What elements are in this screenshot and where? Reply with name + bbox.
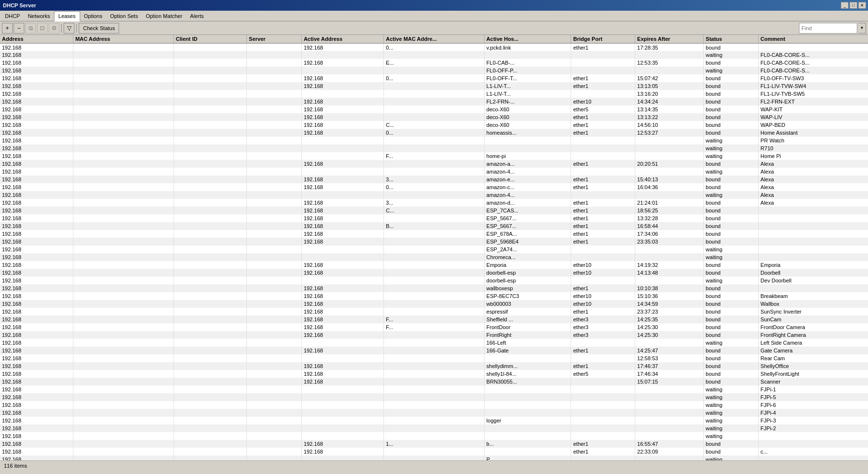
table-row[interactable]: 192.168192.168166-Gateether114:25:47boun… (0, 347, 868, 354)
table-row[interactable]: 192.168192.168espressifether123:37:23bou… (0, 308, 868, 316)
table-row[interactable]: 192.168192.1683...amazon-d...ether121:24… (0, 199, 868, 207)
cell-21-6: ESP_7CAS... (484, 207, 571, 214)
cell-17-3 (247, 176, 302, 183)
cell-19-0: 192.168 (0, 191, 73, 199)
table-row[interactable]: 192.168waitingFJPi-5 (0, 393, 868, 401)
cell-24-4: 192.168 (301, 230, 383, 238)
table-row[interactable]: 192.168166-LeftwaitingLeft Side Camera (0, 339, 868, 347)
table-row[interactable]: 192.168192.168E...FL0-CAB-...12:53:35bou… (0, 59, 868, 67)
table-row[interactable]: 192.168192.1680...amazon-c...ether116:04… (0, 183, 868, 191)
menu-item-options[interactable]: Options (80, 11, 106, 21)
table-row[interactable]: 192.168waitingFL0-CAB-CORE-S... (0, 51, 868, 59)
menu-item-option-matcher[interactable]: Option Matcher (142, 11, 186, 21)
table-row[interactable]: 192.168192.168C...ESP_7CAS...ether118:56… (0, 207, 868, 214)
menu-item-alerts[interactable]: Alerts (186, 11, 208, 21)
table-row[interactable]: 192.168doorbell-espwaitingDev Doorbell (0, 277, 868, 284)
table-row[interactable]: 192.168192.1681...b...ether116:55:47boun… (0, 440, 868, 448)
table-row[interactable]: 192.168192.1680...v.pckd.linkether117:28… (0, 43, 868, 51)
maximize-button[interactable]: □ (850, 2, 857, 9)
table-row[interactable]: 192.168192.168shelly1l-84...ether517:46:… (0, 370, 868, 378)
table-row[interactable]: 192.168192.168wallboxespether110:10:38bo… (0, 284, 868, 292)
table-row[interactable]: 192.168192.1680...homeassis...ether112:5… (0, 129, 868, 137)
table-row[interactable]: 192.168loggerwaitingFJPi-3 (0, 417, 868, 424)
cell-43-2 (174, 378, 246, 386)
cell-44-4 (301, 386, 383, 393)
table-row[interactable]: 192.168FL0-OFF-P...waitingFL0-CAB-CORE-S… (0, 67, 868, 74)
table-row[interactable]: 192.168192.168amazon-a...ether120:20:51b… (0, 160, 868, 168)
menu-item-option-sets[interactable]: Option Sets (106, 11, 141, 21)
table-row[interactable]: 192.168waitingFJPi-1 (0, 386, 868, 393)
table-row[interactable]: 192.168ESP_2A74...waiting (0, 246, 868, 253)
cell-9-2 (174, 113, 246, 121)
check-status-button[interactable]: Check Status (79, 23, 119, 34)
table-row[interactable]: 192.168192.168Emporiaether1014:19:32boun… (0, 261, 868, 269)
cell-5-1 (73, 82, 174, 90)
table-row[interactable]: 192.168L1-LIV-T...13:16:20boundFL1-LIV-T… (0, 90, 868, 98)
table-row[interactable]: 192.168amazon-4...waitingAlexa (0, 191, 868, 199)
table-row[interactable]: 192.168192.168ESP-8EC7C3ether1015:10:36b… (0, 292, 868, 300)
table-row[interactable]: 192.168F...home-piwaitingHome Pi (0, 152, 868, 160)
table-row[interactable]: 192.168Chromeca...waiting (0, 253, 868, 261)
table-row[interactable]: 192.168192.168wb000003ether1014:34:59bou… (0, 300, 868, 308)
cell-16-1 (73, 168, 174, 176)
minimize-button[interactable]: _ (841, 2, 849, 9)
cell-52-2 (174, 448, 246, 456)
table-row[interactable]: 192.168192.168BRN30055...15:07:15boundSc… (0, 378, 868, 386)
table-row[interactable]: 192.16812:58:53boundRear Cam (0, 354, 868, 362)
table-row[interactable]: 192.168waitingFJPi-6 (0, 401, 868, 409)
cell-2-10: FL0-CAB-CORE-S... (758, 59, 868, 67)
table-row[interactable]: 192.168192.168C...deco-X60ether114:56:10… (0, 121, 868, 129)
table-row[interactable]: 192.168192.168doorbell-espether1014:13:4… (0, 269, 868, 277)
table-row[interactable]: 192.168192.168shellydimm...ether117:46:3… (0, 362, 868, 370)
cell-19-10: Alexa (758, 191, 868, 199)
find-input[interactable] (799, 23, 857, 34)
table-row[interactable]: 192.168192.1680...FL0-OFF-T...ether115:0… (0, 74, 868, 82)
paste-button[interactable]: ⊡ (37, 23, 48, 34)
table-row[interactable]: 192.168waiting (0, 432, 868, 440)
table-row[interactable]: 192.168waitingR710 (0, 144, 868, 152)
close-button[interactable]: ✕ (858, 2, 866, 9)
cell-1-2 (174, 51, 246, 59)
table-row[interactable]: 192.168192.168deco-X60ether513:14:35boun… (0, 105, 868, 113)
cell-20-0: 192.168 (0, 199, 73, 207)
cell-9-9: bound (704, 113, 759, 121)
table-row[interactable]: 192.168192.168FL2-FRN-...ether1014:34:24… (0, 98, 868, 105)
leases-table-container[interactable]: AddressMAC AddressClient IDServerActive … (0, 35, 868, 460)
table-row[interactable]: 192.168waitingFJPi-4 (0, 409, 868, 417)
cell-6-10: FL1-LIV-TVB-SW5 (758, 90, 868, 98)
table-row[interactable]: 192.168192.168ether122:33:09boundc... (0, 448, 868, 456)
add-button[interactable]: + (2, 23, 13, 34)
cell-52-1 (73, 448, 174, 456)
menu-item-leases[interactable]: Leases (54, 11, 80, 21)
cell-48-0: 192.168 (0, 417, 73, 424)
table-row[interactable]: 192.168192.168B...ESP_5667...ether116:58… (0, 222, 868, 230)
settings-button[interactable]: ⚙ (49, 23, 59, 34)
cell-30-10: Dev Doorbell (758, 277, 868, 284)
cell-10-3 (247, 121, 302, 129)
cell-0-3 (247, 43, 302, 51)
filter-button[interactable]: ▽ (64, 23, 74, 34)
copy-button[interactable]: ⧉ (25, 23, 36, 34)
menu-item-dhcp[interactable]: DHCP (1, 11, 24, 21)
cell-1-5 (384, 51, 485, 59)
table-row[interactable]: 192.168waitingPR Watch (0, 137, 868, 144)
table-row[interactable]: 192.168waitingFJPi-2 (0, 424, 868, 432)
menu-item-networks[interactable]: Networks (24, 11, 54, 21)
cell-52-0: 192.168 (0, 448, 73, 456)
table-row[interactable]: 192.168192.168deco-X60ether113:13:22boun… (0, 113, 868, 121)
cell-8-3 (247, 105, 302, 113)
col-header-7: Bridge Port (571, 35, 635, 43)
table-row[interactable]: 192.168192.168FrontRightether314:25:30bo… (0, 331, 868, 339)
remove-button[interactable]: − (14, 23, 24, 34)
find-dropdown-button[interactable]: ▼ (858, 23, 866, 34)
cell-15-2 (174, 160, 246, 168)
table-row[interactable]: 192.168192.168ESP_678A...ether117:34:06b… (0, 230, 868, 238)
table-row[interactable]: 192.168192.168L1-LIV-T...ether113:13:05b… (0, 82, 868, 90)
table-row[interactable]: 192.168192.1683...amazon-e...ether115:40… (0, 176, 868, 183)
table-row[interactable]: 192.168192.168ESP_5968E4ether123:35:03bo… (0, 238, 868, 246)
table-row[interactable]: 192.168192.168F...FrontDoorether314:25:3… (0, 323, 868, 331)
table-row[interactable]: 192.168192.168F...Sheffield ...ether314:… (0, 316, 868, 323)
table-row[interactable]: 192.168amazon-4...waitingAlexa (0, 168, 868, 176)
table-row[interactable]: 192.168192.168ESP_5667...ether113:32:28b… (0, 214, 868, 222)
table-row[interactable]: 192.168P...waiting (0, 456, 868, 460)
